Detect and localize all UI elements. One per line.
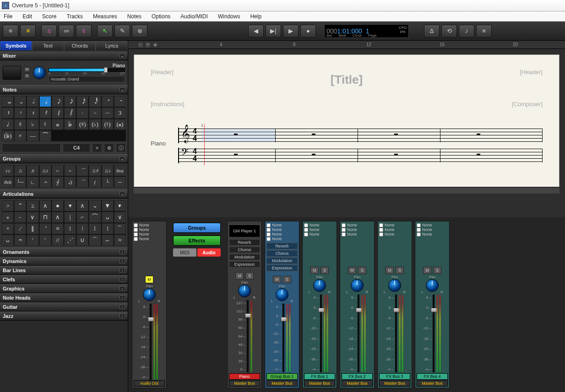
tab-symbols[interactable]: Symbols	[0, 41, 32, 51]
symbol-cell[interactable]: +	[2, 223, 14, 234]
send-checkbox[interactable]	[342, 232, 346, 236]
symbol-cell[interactable]: ···	[102, 107, 114, 118]
transport-play-icon[interactable]: ▶	[283, 25, 299, 38]
symbol-cell[interactable]: ∨	[114, 212, 126, 223]
pan-knob[interactable]	[238, 285, 251, 297]
symbol-cell[interactable]: ♫♪	[39, 165, 51, 176]
symbol-cell[interactable]: ⁀	[39, 130, 51, 141]
symbol-cell[interactable]: └	[102, 177, 114, 188]
volume-fader[interactable]	[320, 295, 322, 372]
send-slot[interactable]: None	[417, 227, 448, 232]
panel-collapsed-header[interactable]: Graphics▫	[0, 284, 128, 293]
send-slot[interactable]: None	[379, 232, 410, 236]
tool-note-icon[interactable]: ♫	[41, 25, 57, 38]
send-slot[interactable]: None	[266, 232, 298, 236]
symbol-cell[interactable]: 𝅘𝅥𝅱	[89, 96, 101, 107]
solo-button[interactable]: S	[245, 272, 254, 279]
tool-erase-icon[interactable]: ⊗	[132, 25, 147, 38]
ruler-minus-icon[interactable]: −	[137, 42, 144, 48]
strip-name[interactable]: FX Bus 3	[379, 373, 410, 380]
panel-notes-header[interactable]: Notes –	[0, 85, 128, 94]
menu-options[interactable]: Options	[152, 13, 170, 20]
symbol-cell[interactable]: ∪	[76, 235, 88, 246]
mute-button[interactable]: M	[310, 267, 319, 274]
symbol-cell[interactable]: ··	[89, 107, 101, 118]
symbol-cell[interactable]: ∟	[27, 177, 38, 188]
panel-collapsed-header[interactable]: Ornaments▫	[0, 247, 128, 257]
symbol-cell[interactable]: ⊓	[39, 212, 51, 223]
send-slot[interactable]: None	[342, 232, 373, 236]
volume-fader[interactable]	[282, 304, 284, 372]
player-label[interactable]: GM Player 1	[229, 225, 260, 237]
collapse-icon[interactable]: –	[120, 192, 125, 196]
fx-slot[interactable]: Modulation	[229, 254, 260, 260]
symbol-cell[interactable]: '	[27, 235, 38, 246]
send-slot[interactable]: None	[379, 223, 410, 227]
tool-list-icon[interactable]: ≔	[59, 25, 74, 38]
symbol-cell[interactable]: ⌒	[76, 177, 88, 188]
menu-notes[interactable]: Notes	[127, 13, 141, 20]
symbol-cell[interactable]: ∘	[2, 212, 14, 223]
send-checkbox[interactable]	[379, 223, 383, 227]
send-slot[interactable]: None	[266, 236, 298, 241]
symbol-cell[interactable]: ⌣	[102, 235, 114, 246]
symbol-cell[interactable]: ♭	[27, 119, 38, 130]
symbol-cell[interactable]: 𝅜	[2, 96, 14, 107]
menu-audiomidi[interactable]: Audio/MIDI	[180, 13, 207, 20]
symbol-cell[interactable]: └─	[14, 177, 26, 188]
mute-button[interactable]: M	[273, 276, 281, 283]
tool-pencil-icon[interactable]: ✎	[114, 25, 130, 38]
strip-output[interactable]: Master Bus	[417, 380, 448, 387]
symbol-cell[interactable]: >	[2, 200, 14, 211]
symbol-cell[interactable]: 𝄞	[52, 177, 64, 188]
ruler-marker-icon[interactable]: ●	[152, 42, 158, 48]
symbol-cell[interactable]: ⁞	[102, 223, 114, 234]
symbol-cell[interactable]: 𝄿	[27, 107, 38, 118]
symbol-cell[interactable]: ∧	[52, 212, 64, 223]
score-instructions[interactable]: [Instructions]	[151, 101, 185, 107]
score-viewport[interactable]: [Header] [Header] [Title] [Instructions]…	[128, 49, 565, 217]
score-title[interactable]: [Title]	[151, 73, 543, 87]
panel-collapsed-header[interactable]: Jazz▫	[0, 311, 128, 321]
send-checkbox[interactable]	[134, 237, 138, 241]
symbol-cell[interactable]: ⌒	[89, 235, 101, 246]
solo-button[interactable]: S	[396, 267, 404, 274]
symbol-cell[interactable]: ♩)	[64, 177, 76, 188]
send-checkbox[interactable]	[304, 228, 308, 232]
effects-button[interactable]: Effects	[173, 236, 221, 246]
symbol-cell[interactable]: 𝄪	[52, 119, 64, 130]
expand-icon[interactable]: ▫	[120, 250, 125, 254]
strip-output[interactable]: Master Bus	[266, 380, 298, 387]
pan-knob[interactable]	[351, 279, 364, 292]
symbol-cell[interactable]: ·	[76, 107, 88, 118]
symbol-cell[interactable]: 8va	[114, 165, 126, 176]
symbol-cell[interactable]: ♩	[2, 119, 14, 130]
expand-icon[interactable]: ▫	[120, 277, 125, 282]
symbol-cell[interactable]: 𝄐	[14, 235, 26, 246]
tab-text[interactable]: Text	[32, 41, 64, 51]
treble-staff[interactable]: 𝄞 44	[178, 128, 543, 143]
symbol-cell[interactable]: 𝅘𝅥𝅯	[64, 96, 76, 107]
tool-loop-icon[interactable]: ⟲	[441, 25, 457, 38]
symbol-cell[interactable]: ⌐	[76, 212, 88, 223]
symbol-cell[interactable]: ⁀	[89, 212, 101, 223]
symbol-cell[interactable]: 𝄫	[64, 119, 76, 130]
symbol-cell[interactable]: -	[14, 212, 26, 223]
send-checkbox[interactable]	[304, 223, 308, 227]
instrument-name[interactable]: Acoustic Grand	[49, 76, 125, 82]
send-checkbox[interactable]	[266, 232, 271, 236]
score-header-right[interactable]: [Header]	[520, 69, 543, 75]
symbol-cell[interactable]: 𝄽	[2, 107, 14, 118]
transport-pause-icon[interactable]: ▶|	[266, 25, 281, 38]
send-checkbox[interactable]	[266, 223, 271, 227]
symbol-cell[interactable]: ⁝	[76, 223, 88, 234]
pan-knob[interactable]	[33, 66, 46, 79]
tab-lyrics[interactable]: Lyrics	[96, 41, 128, 51]
menu-edit[interactable]: Edit	[22, 13, 32, 20]
solo-button[interactable]: S	[358, 267, 366, 274]
volume-fader[interactable]	[395, 295, 397, 372]
symbol-cell[interactable]: ᴗ	[2, 235, 14, 246]
volume-fader[interactable]	[247, 300, 249, 372]
symbol-cell[interactable]: 𝄻	[102, 96, 114, 107]
send-slot[interactable]: None	[342, 223, 373, 227]
